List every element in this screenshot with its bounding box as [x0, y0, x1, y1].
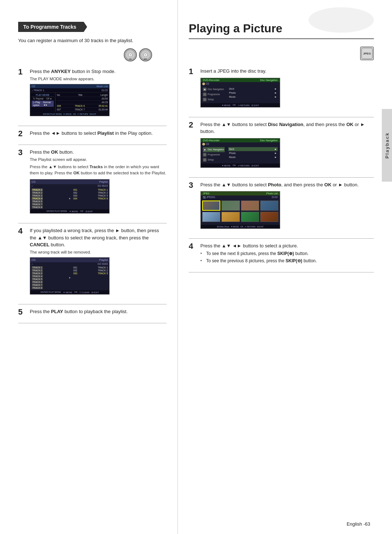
play-mode-screen: CD Music List ♪ TRACK 1 01/15 PLAY MODE …: [30, 84, 110, 116]
right-step-2: 2 Press the ▲▼ buttons to select Disc Na…: [189, 121, 374, 171]
playlist-col-right: 001TRACK 1 002TRACK 2 003TRACK 5 004TRAC…: [73, 188, 108, 209]
photo-cell-8: [260, 212, 278, 222]
photo-grid: [202, 201, 278, 222]
pl2-row-r2: 002TRACK 2: [73, 269, 108, 272]
pl2-row-r3: 003TRACK 5: [73, 272, 108, 275]
pl2-row-5: TRACK 5: [32, 278, 66, 281]
step-3-title: Press the OK button.: [30, 149, 167, 156]
step-4-content: If you playlisted a wrong track, press t…: [30, 227, 167, 298]
photo-cell-3: [241, 201, 259, 211]
pm-left: PLAY MODE ↻ RepeatOff ► ▷ Play optionNor…: [30, 93, 56, 112]
nav-item-setup: ⚙Setup: [203, 97, 225, 102]
playlist-col-left-2: TRACK 1 TRACK 2 TRACK 3 TRACK 4 TRACK 5 …: [32, 266, 66, 290]
dvd-row-photo: Photo►: [228, 91, 278, 95]
step-5: 5 Press the PLAY button to playback the …: [18, 308, 167, 317]
svg-text:JPEG: JPEG: [363, 52, 371, 55]
right-step-3-number: 3: [189, 181, 197, 189]
bullet-1-text: To see the next 8 pictures, press the SK…: [206, 251, 309, 256]
step-1-title: Press the ANYKEY button in Stop mode.: [30, 68, 167, 75]
divider-5: [18, 323, 167, 323]
playlist-screen-2: CD Playlist ♪GO 03/03 TRACK 1 TRACK 2 TR…: [30, 257, 110, 295]
step-1-content: Press the ANYKEY button in Stop mode. Th…: [30, 68, 167, 119]
dvd-row-photo-2: Photo►: [228, 151, 278, 155]
pl-row-1: TRACK 1: [32, 188, 66, 191]
svg-text:CD: CD: [129, 58, 132, 60]
photo-cell-5: [202, 212, 220, 222]
pl-row-3: TRACK 3: [32, 194, 66, 197]
dvd-footer-1: ✦ MOVE OK ↩ RETURN ⊟ EXIT: [201, 103, 280, 107]
divider-4: [18, 304, 167, 304]
step-3-number: 3: [18, 149, 26, 157]
dvd-row-music: Music►: [228, 95, 278, 99]
pl-row-4: TRACK 4: [32, 197, 66, 200]
pl-row-5: TRACK 5: [32, 200, 66, 203]
pm-row-4: 006TRACK 605:02:41: [57, 104, 108, 108]
pl2-row-6: TRACK 6: [32, 281, 66, 284]
bullet-1: • To see the next 8 pictures, press the …: [200, 251, 374, 256]
right-step-1-number: 1: [189, 68, 197, 76]
photo-cell-4: [260, 201, 278, 211]
right-step-4-content: Press the ▲▼ ◄► buttons to select a pict…: [200, 242, 374, 266]
photo-cell-2: [221, 201, 240, 211]
step-4-number: 4: [18, 227, 26, 235]
dvd-nav-2: 🔲Disc Navigation ☰Programme ⚙Setup: [203, 147, 225, 162]
jpeg-body: [201, 199, 280, 225]
dvd-body-1: 🔲Disc Navigation ☰Programme ⚙Setup DivX►: [201, 86, 280, 103]
disc-icons-row: CD MP3: [18, 48, 167, 61]
nav-item-disc: 🔲Disc Navigation: [203, 87, 225, 92]
step-3-content: Press the OK button. The Playlist screen…: [30, 149, 167, 217]
step-5-title: Press the PLAY button to playback the pl…: [30, 308, 167, 315]
bullet-2: • To see the previous 8 pictures, press …: [200, 258, 374, 263]
pm-row-1: NoTitleLength: [57, 93, 108, 97]
right-step-3-title: Press the ▲▼ buttons to select Photo, an…: [200, 181, 374, 189]
divider-2: [18, 145, 167, 145]
svg-text:MP3: MP3: [144, 58, 147, 60]
dvd-content-1: DivX► Photo► Music►: [228, 87, 278, 102]
nav-item-disc-2: 🔲Disc Navigation: [203, 147, 225, 152]
pl-row-6: TRACK 7: [32, 203, 66, 206]
playback-sidebar-label: Playback: [384, 132, 390, 158]
divider-1: [18, 126, 167, 126]
nav-item-prog: ☰Programme: [203, 92, 225, 97]
cd-icon: CD: [124, 48, 137, 61]
pl-row-r4: 004TRACK 6: [73, 197, 108, 200]
divider-3: [18, 223, 167, 223]
playlist-footer-2: ENTER PLAY MODE ✦ MOVE OK ☐ CLEAR ⊟ EXIT: [30, 290, 109, 294]
pl2-row-4: TRACK 4: [32, 275, 66, 278]
playlist-body-1: TRACK 1 TRACK 2 TRACK 3 TRACK 4 TRACK 5 …: [30, 187, 109, 209]
intro-text: You can register a maximum of 30 tracks …: [18, 38, 167, 43]
left-column: To Programme Tracks You can register a m…: [0, 0, 178, 534]
dvd-row-music-2: Music►: [228, 155, 278, 159]
dvd-header-1: DVD-Recorder Disc Navigation: [201, 78, 280, 82]
step-4-title: If you playlisted a wrong track, press t…: [30, 227, 167, 248]
dvd-footer-2: ✦ MOVE OK ↩ RETURN ⊟ EXIT: [201, 163, 280, 167]
right-divider-3: [189, 238, 374, 239]
dvd-screen-2: DVD-Recorder Disc Navigation 📀 CD 🔲Disc …: [200, 138, 280, 168]
step-2-title: Press the ◄► buttons to select Playlist …: [30, 130, 167, 137]
playlist-col-right-2: 001TRACK 1 002TRACK 2 003TRACK 5: [73, 266, 108, 290]
playlist-footer-1: ENTER PLAY MODE ✦ MOVE OK ⊟ EXIT: [30, 209, 109, 213]
jpeg-footer: ⊞ Slide Show ✦ MOVE OK ↩ RETURN ⊟ EXIT: [201, 225, 280, 228]
step-5-content: Press the PLAY button to playback the pl…: [30, 308, 167, 317]
step-3-sub: The Playlist screen will appear.: [30, 157, 167, 162]
right-step-1: 1 Insert a JPEG into the disc tray. DVD-…: [189, 68, 374, 110]
step-4-sub: The wrong track will be removed.: [30, 250, 167, 254]
right-step-4-number: 4: [189, 242, 197, 250]
playlist-col-left: TRACK 1 TRACK 2 TRACK 3 TRACK 4 TRACK 5 …: [32, 188, 66, 209]
step-2-content: Press the ◄► buttons to select Playlist …: [30, 130, 167, 138]
pl-row-7: TRACK 8: [32, 206, 66, 209]
pl-row-2: TRACK 2: [32, 191, 66, 194]
pl2-row-r1: 001TRACK 1: [73, 266, 108, 269]
pl2-row-8: TRACK 8: [32, 287, 66, 290]
pl2-row-1: TRACK 1: [32, 266, 66, 269]
playlist-screen-1: CD Playlist ♪GO 06/15 TRACK 1 TRACK 2 TR…: [30, 179, 110, 214]
jpeg-header: JPEG Photo List: [201, 191, 280, 195]
right-step-1-content: Insert a JPEG into the disc tray. DVD-Re…: [200, 68, 374, 110]
pl2-row-3: TRACK 3: [32, 272, 66, 275]
pm-header: CD Music List: [30, 84, 109, 88]
pm-footer: ENTER PLAY MODE ✦ MOVE OK ↩ RETURN ⊟ EXI…: [30, 112, 109, 116]
jpeg-screen: JPEG Photo List 📷 JPEG01 01/16: [200, 191, 280, 229]
svg-point-6: [145, 54, 146, 56]
right-step-1-title: Insert a JPEG into the disc tray.: [200, 68, 374, 75]
pm-row-5: 007TRACK 701:03:44: [57, 108, 108, 112]
